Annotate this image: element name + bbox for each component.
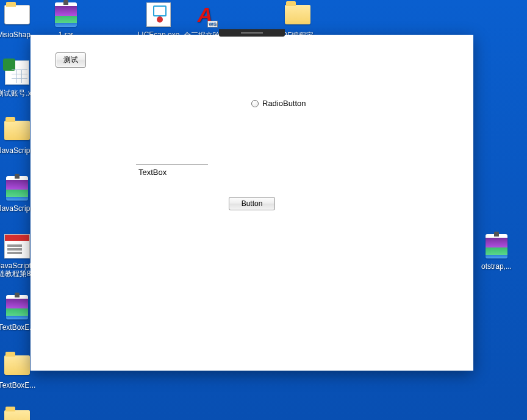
- window-grip-icon[interactable]: [219, 29, 285, 37]
- rar-icon: [482, 232, 511, 261]
- test-button[interactable]: 测试: [56, 52, 86, 68]
- desktop-icon-visioshape[interactable]: VisioShap...: [0, 0, 40, 39]
- app-icon: [190, 0, 220, 29]
- generic-button[interactable]: Button: [229, 197, 275, 210]
- exe-icon: [144, 0, 173, 29]
- excel-icon: [2, 58, 32, 87]
- desktop-icon-1rar[interactable]: 1.rar: [43, 0, 89, 39]
- rar-icon: [51, 0, 81, 29]
- desktop-icon-rar-right[interactable]: otstrap,...: [473, 232, 520, 271]
- file-icon: [2, 0, 32, 29]
- desktop-icon-label: TextBoxE...: [0, 381, 35, 390]
- folder-icon: [2, 405, 32, 420]
- radio-circle-icon: [251, 100, 259, 107]
- textbox-input[interactable]: [136, 165, 208, 178]
- app-window: 测试 RadioButton Button: [30, 35, 473, 371]
- desktop-icon-licecap[interactable]: LICEcap.exe: [135, 0, 182, 39]
- folder-icon: [2, 351, 32, 380]
- radio-label: RadioButton: [262, 99, 306, 108]
- rar-icon: [2, 174, 32, 203]
- desktop: VisioShap... 测试账号.x... JavaScrip... Java…: [0, 0, 527, 420]
- document-icon: [2, 232, 32, 261]
- desktop-icon-label: otstrap,...: [481, 262, 512, 271]
- radio-button[interactable]: RadioButton: [251, 99, 306, 108]
- folder-icon: [2, 116, 32, 145]
- desktop-icon-partial[interactable]: [0, 405, 40, 420]
- rar-icon: [2, 293, 32, 322]
- folder-icon: [283, 0, 312, 29]
